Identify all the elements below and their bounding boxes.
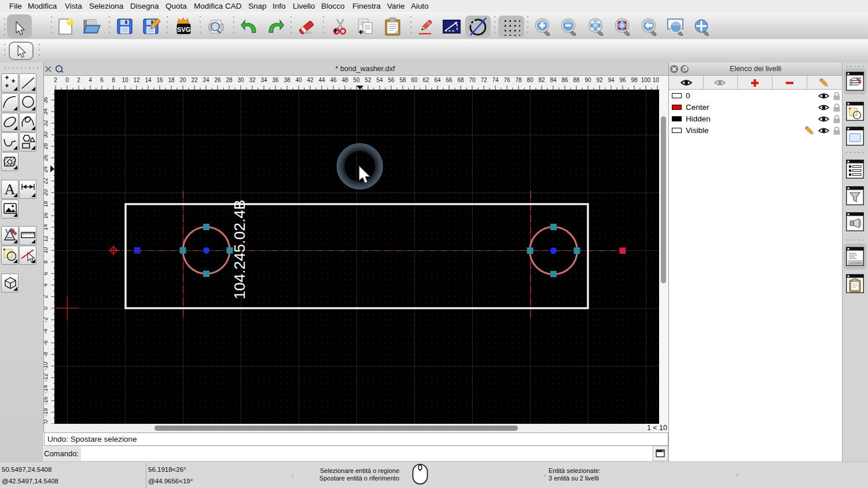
- svg-text:20: 20: [179, 77, 186, 83]
- svg-text:12: 12: [133, 77, 140, 83]
- svg-text:18: 18: [43, 201, 49, 208]
- svg-text:62: 62: [422, 77, 429, 83]
- svg-text:32: 32: [43, 120, 49, 127]
- svg-text:74: 74: [492, 77, 499, 83]
- svg-text:42: 42: [307, 77, 314, 83]
- svg-text:30: 30: [237, 77, 244, 83]
- svg-text:54: 54: [376, 77, 383, 83]
- svg-text:2: 2: [77, 77, 80, 83]
- svg-text:-8: -8: [43, 352, 49, 357]
- svg-text:52: 52: [365, 77, 372, 83]
- svg-text:-18: -18: [43, 408, 49, 416]
- svg-text:14: 14: [43, 224, 49, 231]
- svg-text:A: A: [5, 181, 16, 198]
- svg-text:36: 36: [272, 77, 279, 83]
- svg-text:28: 28: [43, 143, 49, 150]
- svg-text:6: 6: [100, 77, 104, 83]
- svg-text:32: 32: [249, 77, 256, 83]
- svg-text:86: 86: [561, 77, 568, 83]
- svg-text:60: 60: [411, 77, 418, 83]
- svg-text:48: 48: [341, 77, 348, 83]
- svg-text:SVG: SVG: [177, 26, 190, 33]
- svg-text:-12: -12: [43, 373, 49, 382]
- svg-text:-2: -2: [43, 317, 49, 322]
- svg-text:-4: -4: [43, 328, 49, 334]
- svg-text:10: 10: [122, 77, 128, 83]
- svg-text:56: 56: [388, 77, 395, 83]
- svg-text:26: 26: [43, 154, 49, 161]
- svg-text:18: 18: [168, 77, 175, 83]
- svg-text:84: 84: [550, 77, 557, 83]
- svg-text:24: 24: [203, 77, 209, 83]
- svg-text:4: 4: [89, 77, 92, 83]
- svg-text:78: 78: [515, 77, 522, 83]
- svg-text:20: 20: [43, 189, 49, 196]
- svg-text:command: command: [849, 261, 861, 264]
- svg-text:30: 30: [43, 131, 49, 138]
- svg-text:90: 90: [584, 77, 591, 83]
- svg-text:44: 44: [318, 77, 325, 83]
- svg-text:64: 64: [434, 77, 441, 83]
- svg-text:104.245.02.4B: 104.245.02.4B: [231, 199, 248, 299]
- svg-text:68: 68: [457, 77, 464, 83]
- svg-text:12: 12: [43, 235, 49, 242]
- svg-text:38: 38: [284, 77, 290, 83]
- svg-text:34: 34: [260, 77, 267, 83]
- svg-text:-10: -10: [43, 361, 49, 370]
- svg-text:22: 22: [191, 77, 198, 83]
- svg-text:66: 66: [446, 77, 453, 83]
- svg-text:28: 28: [226, 77, 233, 83]
- svg-text:8: 8: [43, 260, 49, 264]
- svg-text:94: 94: [608, 77, 615, 83]
- svg-text:14: 14: [145, 77, 152, 83]
- svg-text:70: 70: [469, 77, 476, 83]
- svg-text:-14: -14: [43, 385, 49, 393]
- svg-text:6: 6: [43, 272, 49, 275]
- svg-text:-20: -20: [43, 419, 49, 424]
- svg-text:22: 22: [43, 178, 49, 184]
- svg-text:2: 2: [54, 77, 57, 83]
- svg-text:0: 0: [65, 77, 69, 83]
- svg-text:26: 26: [214, 77, 221, 83]
- svg-text:96: 96: [619, 77, 626, 83]
- svg-text:-16: -16: [43, 396, 49, 405]
- svg-text:80: 80: [527, 77, 534, 83]
- svg-text:40: 40: [295, 77, 302, 83]
- svg-text:2: 2: [43, 295, 49, 298]
- svg-text:100: 100: [641, 77, 651, 83]
- svg-text:76: 76: [503, 77, 510, 83]
- svg-text:36: 36: [43, 97, 49, 103]
- svg-text:24: 24: [43, 166, 49, 173]
- svg-text:8: 8: [112, 77, 115, 83]
- svg-text:4: 4: [43, 283, 49, 287]
- svg-text:50: 50: [353, 77, 360, 83]
- svg-text:0: 0: [43, 306, 49, 310]
- svg-text:16: 16: [156, 77, 163, 83]
- svg-text:88: 88: [573, 77, 580, 83]
- svg-text:-6: -6: [43, 340, 49, 345]
- svg-text:46: 46: [330, 77, 337, 83]
- svg-text:92: 92: [596, 77, 603, 83]
- svg-text:72: 72: [480, 77, 487, 83]
- svg-text:58: 58: [399, 77, 406, 83]
- svg-text:16: 16: [43, 212, 49, 219]
- svg-text:98: 98: [631, 77, 638, 83]
- svg-text:10: 10: [43, 247, 49, 254]
- svg-text:34: 34: [43, 108, 49, 115]
- svg-text:82: 82: [538, 77, 545, 83]
